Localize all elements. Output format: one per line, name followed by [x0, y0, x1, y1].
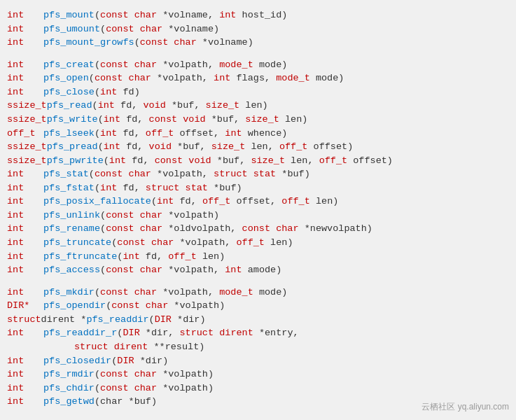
code-line: int pfs_close(int fd)	[7, 85, 509, 99]
watermark: 云栖社区 yq.aliyun.com	[421, 401, 509, 413]
code-line: int pfs_mount_growfs(const char *volname…	[7, 36, 509, 50]
code-line: int pfs_open(const char *volpath, int fl…	[7, 71, 509, 85]
code-line: int pfs_ftruncate(int fd, off_t len)	[7, 250, 509, 264]
spacer	[7, 277, 509, 286]
code-line: int pfs_rmdir(const char *volpath)	[7, 368, 509, 382]
code-block: int pfs_mount(const char *volname, int h…	[0, 6, 516, 412]
code-line: int pfs_posix_fallocate(int fd, off_t of…	[7, 195, 509, 209]
code-line-continuation: struct dirent **result)	[7, 340, 509, 354]
spacer	[7, 50, 509, 58]
code-line: DIR* pfs_opendir(const char *volpath)	[7, 299, 509, 313]
code-line: int pfs_unlink(const char *volpath)	[7, 209, 509, 223]
code-line: int pfs_readdir_r(DIR *dir, struct diren…	[7, 326, 509, 340]
code-line: ssize_t pfs_pwrite(int fd, const void *b…	[7, 154, 509, 168]
code-line: int pfs_umount(const char *volname)	[7, 22, 509, 36]
code-line: int pfs_rename(const char *oldvolpath, c…	[7, 222, 509, 236]
code-line: ssize_t pfs_read(int fd, void *buf, size…	[7, 99, 509, 113]
code-line: ssize_t pfs_pread(int fd, void *buf, siz…	[7, 140, 509, 154]
code-line: int pfs_mount(const char *volname, int h…	[7, 8, 509, 22]
code-line: off_t pfs_lseek(int fd, off_t offset, in…	[7, 127, 509, 141]
code-line: int pfs_closedir(DIR *dir)	[7, 354, 509, 368]
code-line: int pfs_fstat(int fd, struct stat *buf)	[7, 181, 509, 195]
code-line: int pfs_creat(const char *volpath, mode_…	[7, 58, 509, 72]
code-line: int pfs_stat(const char *volpath, struct…	[7, 167, 509, 181]
code-line: ssize_t pfs_write(int fd, const void *bu…	[7, 113, 509, 127]
code-line: int pfs_chdir(const char *volpath)	[7, 382, 509, 396]
code-line: int pfs_access(const char *volpath, int …	[7, 263, 509, 277]
code-line: struct dirent *pfs_readdir(DIR *dir)	[7, 313, 509, 327]
code-line: int pfs_mkdir(const char *volpath, mode_…	[7, 286, 509, 300]
code-line: int pfs_truncate(const char *volpath, of…	[7, 236, 509, 250]
